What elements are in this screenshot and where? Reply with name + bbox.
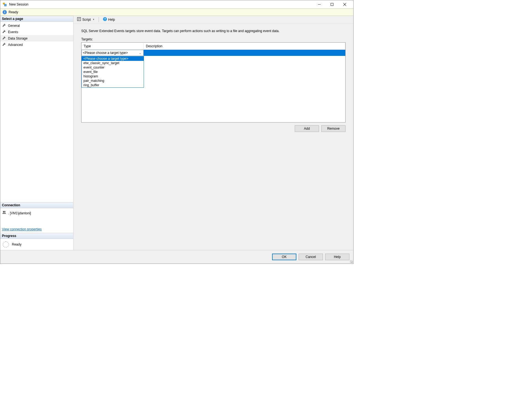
column-header-type[interactable]: Type xyxy=(81,43,144,49)
targets-label: Targets: xyxy=(81,37,346,41)
dialog-footer: OK Cancel Help xyxy=(0,250,353,264)
grid-header: Type Description xyxy=(81,43,345,50)
progress-body: Ready xyxy=(0,239,73,250)
sidebar-pages: General Events Data Storage xyxy=(0,22,73,48)
toolbar: Script ▼ ? Help xyxy=(73,16,353,24)
dropdown-option[interactable]: histogram xyxy=(82,74,144,79)
maximize-button[interactable] xyxy=(326,0,338,9)
dropdown-option[interactable]: pair_matching xyxy=(82,79,144,83)
view-connection-properties-link[interactable]: View connection properties xyxy=(2,227,42,231)
minimize-button[interactable] xyxy=(313,0,326,9)
column-header-description[interactable]: Description xyxy=(144,43,345,49)
resize-grip[interactable] xyxy=(349,260,353,263)
help-label: Help xyxy=(108,18,115,22)
window-controls xyxy=(313,0,351,9)
description-cell xyxy=(144,50,345,56)
status-bar: Ready xyxy=(0,9,353,16)
toolbar-separator xyxy=(99,17,99,22)
connection-header: Connection xyxy=(0,202,73,208)
svg-text:?: ? xyxy=(104,17,106,21)
dropdown-selected-text: <Please choose a target type> xyxy=(83,51,138,55)
server-icon xyxy=(2,210,6,216)
dropdown-option[interactable]: <Please choose a target type> xyxy=(82,56,144,61)
chevron-down-icon: ⌄ xyxy=(138,51,142,54)
cancel-button[interactable]: Cancel xyxy=(299,254,323,260)
progress-header: Progress xyxy=(0,233,73,239)
help-button[interactable]: ? Help xyxy=(101,16,117,23)
intro-text: SQL Server Extended Events targets store… xyxy=(81,29,346,33)
sidebar-item-label: General xyxy=(8,24,20,28)
target-type-dropdown[interactable]: <Please choose a target type> ⌄ <Please … xyxy=(81,50,144,56)
progress-text: Ready xyxy=(12,243,22,246)
sidebar: Select a page General Events xyxy=(0,16,73,250)
script-button[interactable]: Script ▼ xyxy=(75,16,96,23)
dropdown-option[interactable]: ring_buffer xyxy=(82,83,144,87)
info-icon xyxy=(2,10,7,14)
sidebar-item-label: Advanced xyxy=(8,43,23,47)
grid-buttons: Add Remove xyxy=(81,123,346,135)
svg-rect-9 xyxy=(3,211,4,213)
svg-rect-3 xyxy=(331,3,333,6)
sidebar-item-label: Events xyxy=(8,30,18,34)
dropdown-option[interactable]: event_counter xyxy=(82,65,144,70)
grid-body: <Please choose a target type> ⌄ <Please … xyxy=(81,50,345,56)
app-icon xyxy=(2,2,7,7)
grid-row[interactable]: <Please choose a target type> ⌄ <Please … xyxy=(81,50,345,56)
titlebar: New Session xyxy=(0,0,353,9)
main-panel: Script ▼ ? Help SQL Server Extended Even… xyxy=(73,16,353,250)
connection-text: . [VM1\jdantoni] xyxy=(8,211,31,215)
close-button[interactable] xyxy=(338,0,351,9)
progress-spinner-icon xyxy=(2,241,9,248)
ok-button[interactable]: OK xyxy=(272,254,296,260)
sidebar-item-label: Data Storage xyxy=(8,37,28,40)
sidebar-item-events[interactable]: Events xyxy=(0,29,73,35)
svg-rect-7 xyxy=(4,12,5,13)
sidebar-item-advanced[interactable]: Advanced xyxy=(0,41,73,48)
script-icon xyxy=(77,17,81,22)
content-area: Select a page General Events xyxy=(0,16,353,250)
type-cell: <Please choose a target type> ⌄ <Please … xyxy=(81,50,144,56)
window-title: New Session xyxy=(9,2,313,6)
help-icon: ? xyxy=(103,17,107,22)
dropdown-list: <Please choose a target type> etw_classi… xyxy=(81,56,144,88)
svg-rect-10 xyxy=(4,211,5,213)
connection-row: . [VM1\jdantoni] xyxy=(2,210,72,216)
dropdown-option[interactable]: etw_classic_sync_target xyxy=(82,61,144,65)
remove-button[interactable]: Remove xyxy=(321,125,346,132)
main-content: SQL Server Extended Events targets store… xyxy=(73,24,353,250)
svg-point-8 xyxy=(4,11,5,11)
svg-rect-1 xyxy=(4,4,6,6)
new-session-dialog: New Session Ready Select a page xyxy=(0,0,354,264)
wrench-icon xyxy=(2,36,6,41)
help-button-footer[interactable]: Help xyxy=(325,254,349,260)
connection-body: . [VM1\jdantoni] View connection propert… xyxy=(0,208,73,233)
status-text: Ready xyxy=(9,10,18,14)
svg-rect-11 xyxy=(2,213,6,214)
targets-grid: Type Description <Please choose a target… xyxy=(81,42,346,123)
sidebar-item-data-storage[interactable]: Data Storage xyxy=(0,35,73,41)
script-label: Script xyxy=(82,18,91,22)
dropdown-option[interactable]: event_file xyxy=(82,70,144,74)
add-button[interactable]: Add xyxy=(295,125,319,132)
wrench-icon xyxy=(2,23,6,28)
select-page-header: Select a page xyxy=(0,16,73,22)
chevron-down-icon: ▼ xyxy=(93,18,95,21)
wrench-icon xyxy=(2,29,6,35)
sidebar-item-general[interactable]: General xyxy=(0,22,73,29)
wrench-icon xyxy=(2,42,6,47)
connection-link-row: View connection properties xyxy=(2,216,72,231)
